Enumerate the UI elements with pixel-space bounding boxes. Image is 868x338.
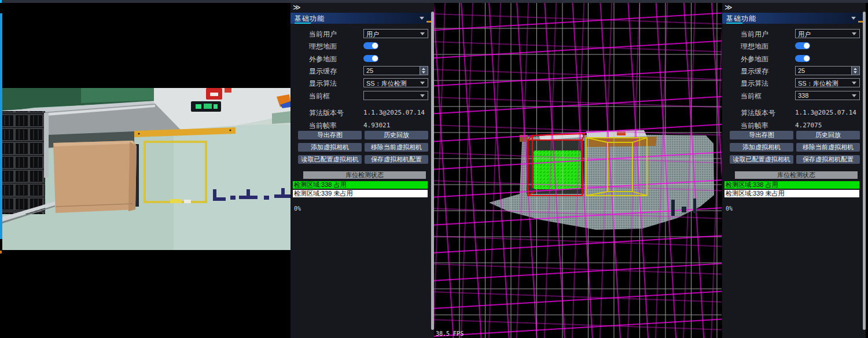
display-algorithm-label: 显示算法 [741, 79, 768, 89]
collapse-panel-icon[interactable]: ≫ [293, 3, 301, 12]
algo-version-label: 算法版本号 [309, 108, 344, 118]
ideal-ground-toggle[interactable] [795, 42, 810, 49]
detection-zone-occupied-row[interactable]: 检测区域:338 占用 [724, 181, 859, 189]
display-algorithm-value: SS：库位检测 [798, 79, 838, 88]
current-user-select[interactable]: 用户 [795, 29, 860, 38]
ideal-ground-label: 理想地面 [309, 42, 337, 52]
extrinsic-ground-label: 外参地面 [309, 54, 337, 64]
panel-header[interactable]: 基础功能 [722, 13, 864, 24]
display-algorithm-value: SS：库位检测 [366, 79, 407, 88]
add-virtual-camera-button[interactable]: 添加虚拟相机 [730, 143, 793, 152]
extrinsic-ground-toggle[interactable] [363, 55, 378, 62]
chevron-down-icon[interactable] [420, 17, 424, 20]
frame-rate-label: 当前帧率 [741, 121, 768, 131]
current-frame-label: 当前框 [741, 91, 762, 101]
frame-rate-label: 当前帧率 [309, 121, 337, 131]
pointcloud-scene [434, 3, 722, 338]
export-image-button[interactable]: 导出存图 [730, 131, 793, 139]
current-user-label: 当前用户 [741, 30, 768, 39]
toggle-knob [804, 56, 810, 61]
remove-virtual-camera-button[interactable]: 移除当前虚拟相机 [796, 143, 860, 152]
display-cache-label: 显示缓存 [741, 67, 768, 76]
chevron-down-icon[interactable] [851, 17, 856, 20]
camera-left-scrollbar[interactable] [0, 13, 2, 239]
display-algorithm-select[interactable]: SS：库位检测 [795, 78, 860, 87]
ideal-ground-label: 理想地面 [741, 42, 768, 52]
fps-label: 38.5 FPS [436, 330, 464, 337]
panel-title-underline [295, 23, 311, 24]
toggle-knob [804, 43, 810, 49]
display-cache-label: 显示缓存 [309, 67, 337, 76]
add-virtual-camera-button[interactable]: 添加虚拟相机 [298, 143, 362, 152]
display-cache-value: 25 [798, 67, 805, 74]
chevron-down-icon [420, 82, 425, 84]
progress-label: 0% [726, 205, 733, 212]
app-root: ≫ 基础功能 当前用户 用户 理想地面 外参地面 显示缓存 25 显示算法 SS… [0, 0, 868, 338]
detection-zone-occupied-row[interactable]: 检测区域:338 占用 [293, 181, 428, 189]
history-playback-button[interactable]: 历史回放 [796, 131, 860, 139]
current-frame-select[interactable]: 338 [795, 91, 860, 100]
load-virtual-camera-button[interactable]: 读取已配置虚拟相机 [298, 155, 362, 164]
frame-rate-value: 4.93021 [363, 122, 390, 129]
control-panel-right: ≫ 基础功能 当前用户 用户 理想地面 外参地面 显示缓存 25 显示算法 SS… [722, 3, 866, 338]
current-frame-select[interactable] [363, 91, 428, 100]
panel-title-underline [726, 23, 742, 24]
current-frame-label: 当前框 [309, 91, 330, 101]
slot-detection-status-header: 库位检测状态 [303, 171, 426, 179]
camera-orange-marker [0, 251, 2, 254]
current-user-value: 用户 [366, 30, 379, 39]
algo-version-label: 算法版本号 [741, 108, 775, 118]
load-virtual-camera-button[interactable]: 读取已配置虚拟相机 [730, 155, 793, 164]
panel-scrollbar[interactable] [863, 12, 866, 330]
current-user-label: 当前用户 [309, 30, 337, 39]
remove-virtual-camera-button[interactable]: 移除当前虚拟相机 [365, 143, 428, 152]
slot-detection-status-header: 库位检测状态 [735, 171, 858, 179]
current-user-value: 用户 [798, 30, 811, 39]
pointcloud-viewport[interactable]: 38.5 FPS [434, 3, 722, 338]
chevron-down-icon [420, 94, 425, 97]
history-playback-button[interactable]: 历史回放 [365, 131, 428, 139]
save-virtual-camera-button[interactable]: 保存虚拟相机配置 [796, 155, 860, 164]
display-algorithm-select[interactable]: SS：库位检测 [363, 78, 428, 87]
algo-version-value: 1.1.3@2025.07.14 [795, 109, 856, 116]
control-panel-left: ≫ 基础功能 当前用户 用户 理想地面 外参地面 显示缓存 25 显示算法 SS… [290, 3, 434, 338]
frame-rate-value: 4.27075 [795, 122, 822, 129]
display-algorithm-label: 显示算法 [309, 79, 337, 89]
chevron-down-icon [852, 32, 856, 35]
current-frame-value: 338 [798, 92, 808, 99]
chevron-down-icon [852, 82, 856, 84]
collapse-panel-icon[interactable]: ≫ [724, 3, 733, 12]
toggle-knob [372, 56, 378, 61]
progress-label: 0% [294, 205, 301, 212]
display-cache-input[interactable]: 25 [795, 66, 860, 75]
algo-version-value: 1.1.3@2025.07.14 [363, 109, 425, 116]
stepper-buttons[interactable] [420, 67, 428, 75]
chevron-down-icon [420, 32, 425, 35]
camera-photo [0, 3, 290, 338]
toggle-knob [372, 43, 378, 49]
camera-viewport[interactable] [0, 3, 290, 338]
detection-zone-unoccupied-row[interactable]: 检测区域:339 未占用 [293, 190, 428, 197]
detection-zone-unoccupied-row[interactable]: 检测区域:339 未占用 [724, 190, 859, 197]
extrinsic-ground-label: 外参地面 [741, 54, 768, 64]
export-image-button[interactable]: 导出存图 [298, 131, 362, 139]
current-user-select[interactable]: 用户 [363, 29, 428, 38]
stepper-buttons[interactable] [851, 67, 859, 75]
display-cache-value: 25 [366, 67, 373, 74]
display-cache-input[interactable]: 25 [363, 66, 428, 75]
panel-header[interactable]: 基础功能 [290, 13, 432, 24]
save-virtual-camera-button[interactable]: 保存虚拟相机配置 [365, 155, 428, 164]
extrinsic-ground-toggle[interactable] [795, 55, 810, 62]
ideal-ground-toggle[interactable] [363, 42, 378, 49]
chevron-down-icon [852, 94, 856, 97]
